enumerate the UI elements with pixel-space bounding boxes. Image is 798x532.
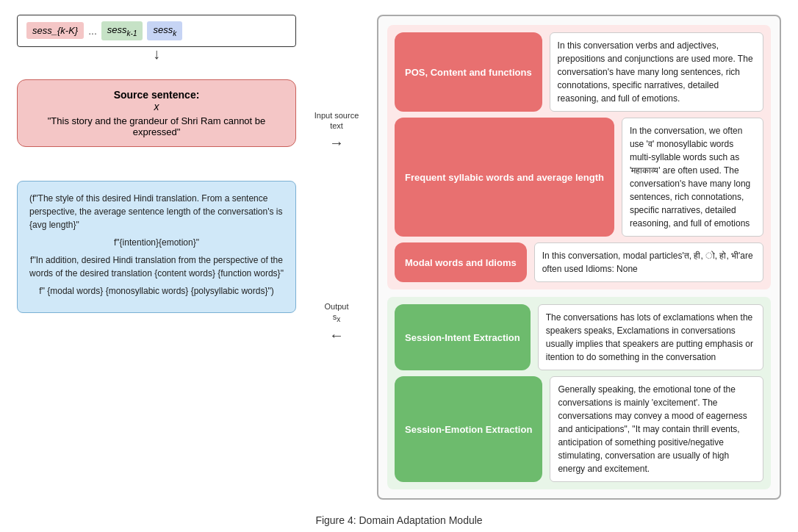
sessions-bar: sess_{k-K} ... sessk-1 sessk ↓ <box>17 15 296 47</box>
intent-emotion-section: Session-Intent Extraction The conversati… <box>387 297 771 489</box>
modal-feature-row: Modal words and Idioms In this conversat… <box>395 242 763 282</box>
modal-feature-desc: In this conversation, modal particles'त,… <box>534 242 763 282</box>
output-line-1: (f"The style of this desired Hindi trans… <box>29 192 284 231</box>
output-line-3: f"In addition, desired Hindi translation… <box>29 254 284 280</box>
intent-desc: The conversations has lots of exclamatio… <box>538 304 763 370</box>
source-sentence-box: Source sentence: x "This story and the g… <box>17 79 296 147</box>
center-arrows: Input sourcetext → Outputsx ← <box>311 15 362 500</box>
modal-feature-label: Modal words and Idioms <box>395 242 527 282</box>
down-arrow-icon: ↓ <box>153 46 160 62</box>
source-quote: "This story and the grandeur of Shri Ram… <box>29 115 284 137</box>
output-label: Outputsx <box>324 301 348 324</box>
right-arrow-icon: → <box>329 134 344 151</box>
emotion-label: Session-Emotion Extraction <box>395 376 542 482</box>
input-source-label: Input sourcetext <box>314 110 359 132</box>
pos-feature-desc: In this conversation verbs and adjective… <box>550 32 763 112</box>
pos-feature-row: POS, Content and functions In this conve… <box>395 32 763 112</box>
output-template-box: (f"The style of this desired Hindi trans… <box>17 181 296 313</box>
sess-k-label: sessk <box>147 21 182 40</box>
features-section: POS, Content and functions In this conve… <box>387 25 771 290</box>
figure-caption: Figure 4: Domain Adaptation Module <box>315 514 482 526</box>
emotion-desc: Generally speaking, the emotional tone o… <box>550 376 763 482</box>
source-x-label: x <box>29 101 284 112</box>
intent-row: Session-Intent Extraction The conversati… <box>395 304 763 370</box>
left-arrow-icon: ← <box>329 327 344 344</box>
output-line-2: f"{intention}{emotion}" <box>29 236 284 249</box>
dots-label: ... <box>88 25 97 37</box>
output-line-4: f" {modal words} {monosyllabic words} {p… <box>29 284 284 298</box>
right-panel: POS, Content and functions In this conve… <box>377 15 781 500</box>
syllabic-feature-row: Frequent syllabic words and average leng… <box>395 118 763 237</box>
intent-label: Session-Intent Extraction <box>395 304 531 370</box>
left-panel: sess_{k-K} ... sessk-1 sessk ↓ Source se… <box>17 15 296 500</box>
emotion-row: Session-Emotion Extraction Generally spe… <box>395 376 763 482</box>
syllabic-feature-label: Frequent syllabic words and average leng… <box>395 118 614 237</box>
sess-k-1-label: sessk-1 <box>101 21 143 40</box>
sess-k-K-label: sess_{k-K} <box>26 22 84 39</box>
pos-feature-label: POS, Content and functions <box>395 32 542 112</box>
syllabic-feature-desc: In the conversation, we often use 'व' mo… <box>622 118 763 237</box>
source-title: Source sentence: <box>29 89 284 101</box>
main-diagram: sess_{k-K} ... sessk-1 sessk ↓ Source se… <box>17 15 781 500</box>
